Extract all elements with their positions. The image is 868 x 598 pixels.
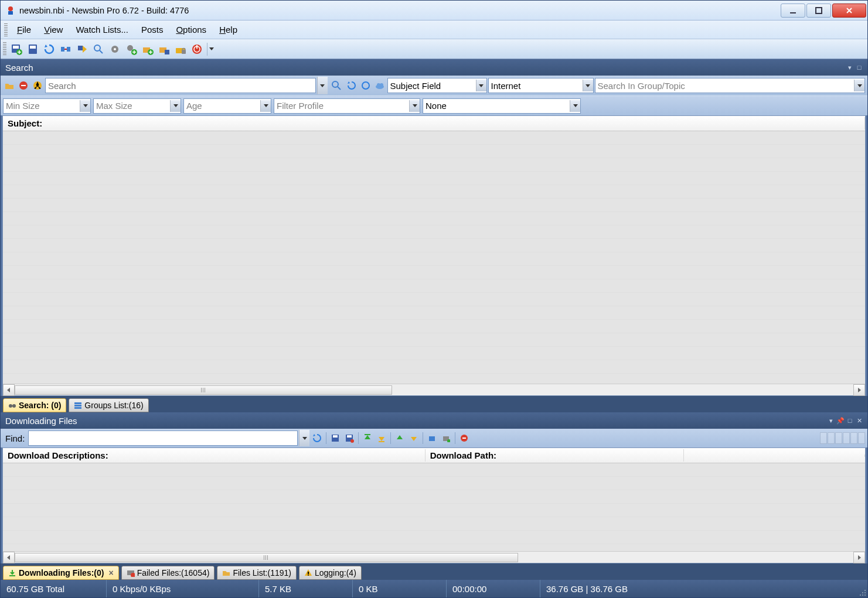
folder-lock-button[interactable] — [173, 42, 188, 57]
find-dropdown[interactable] — [299, 430, 309, 446]
scroll-right-button[interactable] — [853, 552, 865, 563]
settings-add-button[interactable] — [124, 42, 139, 57]
menu-file[interactable]: File — [11, 22, 37, 37]
nuke-button[interactable] — [31, 79, 44, 92]
connection-button[interactable] — [58, 42, 73, 57]
min-size-select[interactable]: Min Size — [3, 98, 91, 114]
downloading-panel-header: Downloading Files ▾ 📌 □ ✕ — [1, 412, 867, 429]
svg-rect-52 — [308, 572, 309, 574]
save-add-button[interactable] — [9, 42, 24, 57]
maximize-button[interactable] — [806, 4, 831, 18]
downloads-grid-body[interactable] — [3, 463, 865, 551]
column-subject[interactable]: Subject: — [3, 117, 865, 129]
panel-dropdown-button[interactable]: ▾ — [828, 417, 835, 424]
save-button[interactable] — [25, 42, 40, 57]
move-down-button[interactable] — [407, 432, 420, 445]
find-input[interactable] — [28, 430, 298, 446]
list-icon — [74, 401, 82, 409]
svg-rect-5 — [13, 46, 19, 49]
search-go-button[interactable] — [330, 79, 343, 92]
svg-point-42 — [350, 439, 354, 443]
svg-rect-25 — [196, 45, 198, 49]
settings-button[interactable] — [107, 42, 122, 57]
search-input[interactable] — [45, 78, 316, 93]
column-download-path[interactable]: Download Path: — [426, 449, 684, 462]
resume-button[interactable] — [440, 432, 452, 445]
status-free: 36.76 GB | 36.76 GB — [540, 580, 856, 597]
binoculars-icon — [8, 401, 16, 409]
svg-rect-10 — [67, 47, 70, 52]
filter-none-select[interactable]: None — [423, 98, 581, 114]
remove-button[interactable] — [17, 79, 30, 92]
save-list-button[interactable] — [329, 432, 342, 445]
tab-close-button[interactable]: × — [108, 568, 113, 578]
panel-dropdown-button[interactable]: ▾ — [846, 64, 853, 71]
search-grid-hscroll[interactable] — [3, 384, 865, 395]
menu-view[interactable]: View — [38, 22, 69, 37]
toolbar-overflow-button[interactable] — [207, 43, 214, 56]
status-size-a: 5.7 KB — [258, 580, 352, 597]
svg-rect-45 — [429, 436, 435, 441]
close-button[interactable] — [832, 4, 866, 18]
menu-watch-lists[interactable]: Watch Lists... — [70, 22, 134, 37]
scroll-right-button[interactable] — [853, 384, 865, 396]
scroll-left-button[interactable] — [3, 384, 15, 396]
refresh-search-button[interactable] — [345, 79, 358, 92]
status-speed: 0 Kbps/0 KBps — [106, 580, 258, 597]
filter-profile-select[interactable]: Filter Profile — [274, 98, 420, 114]
search-source-select[interactable]: Internet — [488, 78, 594, 93]
find-toolbar: Find: — [1, 429, 867, 447]
cloud-button[interactable] — [373, 79, 386, 92]
svg-rect-2 — [790, 12, 796, 13]
scroll-left-button[interactable] — [3, 552, 15, 563]
save-list-alt-button[interactable] — [343, 432, 356, 445]
svg-rect-37 — [74, 407, 81, 409]
toolbar-grip-icon[interactable] — [3, 42, 6, 56]
move-up-button[interactable] — [393, 432, 406, 445]
svg-rect-53 — [308, 575, 309, 576]
search-history-dropdown[interactable] — [317, 77, 328, 94]
search-grid-body[interactable] — [3, 131, 865, 384]
column-blank[interactable] — [684, 455, 865, 457]
refresh-button[interactable] — [42, 42, 57, 57]
resize-grip-icon[interactable] — [856, 580, 867, 597]
reload-button[interactable] — [359, 79, 372, 92]
age-select[interactable]: Age — [183, 98, 271, 114]
power-button[interactable] — [189, 42, 205, 57]
tab-failed-files[interactable]: Failed Files:(16054) — [121, 566, 215, 580]
panel-maximize-button[interactable]: □ — [856, 64, 863, 71]
load-add-button[interactable] — [140, 42, 155, 57]
svg-rect-22 — [182, 50, 186, 54]
max-size-select[interactable]: Max Size — [93, 98, 181, 114]
minimize-button[interactable] — [781, 4, 805, 18]
panel-close-button[interactable]: ✕ — [856, 417, 863, 424]
panel-maximize-button[interactable]: □ — [846, 417, 853, 424]
move-bottom-button[interactable] — [375, 432, 388, 445]
search-field-select[interactable]: Subject Field — [387, 78, 487, 93]
column-download-descriptions[interactable]: Download Descriptions: — [3, 449, 426, 462]
tab-logging[interactable]: Logging:(4) — [299, 566, 362, 580]
find-refresh-button[interactable] — [311, 432, 324, 445]
open-folder-button[interactable] — [3, 79, 16, 92]
pause-button[interactable] — [426, 432, 438, 445]
load-save-button[interactable] — [156, 42, 172, 57]
titlebar[interactable]: newsbin.nbi - Newsbin Pro 6.72 - Build: … — [1, 1, 867, 20]
menu-grip-icon[interactable] — [4, 23, 8, 36]
tab-downloading-files[interactable]: Downloading Files:(0) × — [3, 566, 119, 580]
tab-files-list[interactable]: Files List:(1191) — [217, 566, 297, 580]
zoom-button[interactable] — [91, 42, 106, 57]
downloads-grid-hscroll[interactable] — [3, 551, 865, 563]
status-time: 00:00:00 — [446, 580, 540, 597]
menu-posts[interactable]: Posts — [135, 22, 169, 37]
traffic-button[interactable] — [74, 42, 90, 57]
menu-options[interactable]: Options — [170, 22, 212, 37]
panel-pin-button[interactable]: 📌 — [837, 417, 844, 424]
move-top-button[interactable] — [361, 432, 374, 445]
svg-point-54 — [864, 590, 866, 591]
search-group-select[interactable]: Search In Group/Topic — [595, 78, 866, 93]
tab-groups-list[interactable]: Groups List:(16) — [69, 398, 148, 412]
search-toolbar: Subject Field Internet Search In Group/T… — [1, 76, 867, 95]
tab-search[interactable]: Search: (0) — [3, 398, 66, 412]
menu-help[interactable]: Help — [213, 22, 243, 37]
delete-button[interactable] — [458, 432, 471, 445]
